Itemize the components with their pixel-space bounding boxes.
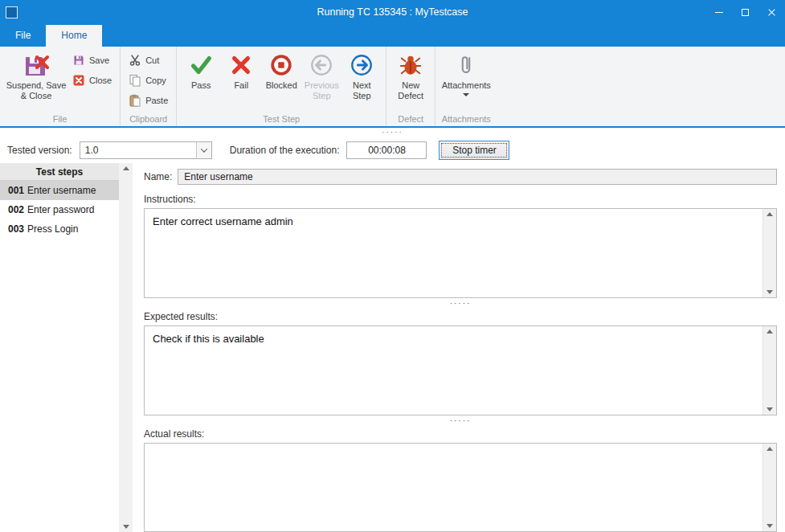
name-field[interactable]: Enter username [178, 169, 777, 185]
maximize-icon [742, 9, 749, 16]
blocked-button[interactable]: Blocked [261, 49, 301, 91]
next-step-button[interactable]: Next Step [341, 49, 382, 101]
step-item-001[interactable]: 001Enter username [0, 181, 119, 200]
ribbon-group-clipboard: Cut Copy Paste Cl [120, 47, 176, 126]
step-form: Name: Enter username Instructions: Enter… [133, 163, 785, 532]
instructions-label: Instructions: [144, 194, 777, 205]
ribbon-group-test-step: Pass Fail Blocked [176, 47, 386, 126]
paste-button[interactable]: Paste [125, 93, 172, 108]
window-title: Running TC 135345 : MyTestcase [0, 6, 785, 18]
step-item-003[interactable]: 003Press Login [0, 219, 119, 239]
blocked-label: Blocked [266, 80, 297, 91]
save-button[interactable]: Save [68, 53, 116, 68]
instructions-textarea[interactable]: Enter correct username admin [145, 209, 763, 297]
paste-label: Paste [145, 96, 168, 105]
next-step-label: Next Step [342, 80, 381, 101]
group-label-test-step: Test Step [179, 113, 383, 126]
scroll-up-icon[interactable] [123, 166, 129, 170]
suspend-save-close-button[interactable]: Suspend, Save & Close [4, 49, 68, 101]
instructions-box: Enter correct username admin [144, 208, 777, 298]
scroll-up-icon[interactable] [767, 329, 773, 334]
scroll-down-icon[interactable] [767, 290, 773, 294]
previous-step-label: Previous Step [302, 80, 341, 101]
scroll-down-icon[interactable] [767, 524, 773, 528]
clipboard-buttons: Cut Copy Paste [125, 49, 172, 108]
copy-button[interactable]: Copy [125, 73, 172, 88]
duration-label: Duration of the execution: [230, 145, 340, 156]
previous-arrow-icon [309, 52, 334, 78]
ribbon-group-file: Suspend, Save & Close Save Close [0, 47, 120, 126]
actual-results-scrollbar[interactable] [763, 444, 776, 531]
copy-label: Copy [145, 76, 166, 85]
main-content: Test steps 001Enter username 002Enter pa… [0, 163, 785, 532]
pass-check-icon [188, 52, 214, 78]
cut-label: Cut [145, 55, 159, 65]
next-arrow-icon [349, 52, 374, 78]
scroll-up-icon[interactable] [767, 212, 773, 216]
ribbon-grip[interactable]: ····· [0, 128, 785, 137]
suspend-save-close-label: Suspend, Save & Close [5, 80, 67, 101]
expected-results-scrollbar[interactable] [763, 326, 776, 415]
step-number: 003 [8, 223, 24, 235]
test-steps-list: Test steps 001Enter username 002Enter pa… [0, 163, 119, 532]
splitter-handle[interactable]: ····· [144, 415, 777, 427]
pass-button[interactable]: Pass [181, 49, 221, 91]
previous-step-button[interactable]: Previous Step [301, 49, 341, 101]
group-label-defect: Defect [389, 113, 432, 126]
ribbon-group-attachments: Attachments Attachments [435, 47, 497, 126]
splitter-handle[interactable]: ····· [144, 298, 777, 309]
scissors-icon [129, 54, 141, 67]
maximize-button[interactable] [732, 0, 758, 24]
scroll-down-icon[interactable] [767, 407, 773, 411]
close-label: Close [89, 76, 112, 85]
step-item-002[interactable]: 002Enter password [0, 200, 119, 219]
attachments-label: Attachments [442, 80, 491, 91]
window-controls [705, 0, 785, 24]
step-number: 001 [8, 185, 24, 196]
instructions-scrollbar[interactable] [763, 209, 776, 297]
combobox-dropdown-button[interactable] [196, 142, 211, 158]
minimize-icon [715, 12, 723, 13]
expected-results-textarea[interactable]: Check if this is available [145, 326, 763, 415]
close-box-icon [72, 74, 85, 87]
name-label: Name: [144, 171, 172, 182]
fail-button[interactable]: Fail [221, 49, 261, 91]
actual-results-textarea[interactable] [145, 444, 763, 531]
app-icon[interactable] [6, 6, 18, 18]
clipboard-paste-icon [129, 94, 141, 107]
suspend-save-icon [23, 52, 49, 78]
group-label-clipboard: Clipboard [123, 113, 174, 126]
bug-icon [398, 52, 423, 78]
minimize-button[interactable] [705, 0, 732, 24]
tab-home[interactable]: Home [46, 25, 102, 47]
stop-timer-button[interactable]: Stop timer [439, 141, 509, 160]
attachments-button[interactable]: Attachments [440, 49, 493, 96]
step-label: Press Login [27, 223, 78, 235]
ribbon-tab-row: File Home [0, 24, 785, 47]
fail-x-icon [228, 52, 254, 78]
close-button[interactable]: Close [68, 73, 116, 88]
app-window: Running TC 135345 : MyTestcase File Home… [0, 0, 785, 532]
tested-version-label: Tested version: [7, 145, 72, 156]
fail-label: Fail [234, 80, 248, 91]
execution-toolbar: Tested version: 1.0 Duration of the exec… [0, 137, 785, 163]
pass-label: Pass [191, 80, 211, 91]
new-defect-button[interactable]: New Defect [390, 49, 431, 101]
ribbon: Suspend, Save & Close Save Close [0, 47, 785, 128]
steps-scrollbar[interactable] [119, 163, 133, 532]
scroll-up-icon[interactable] [767, 447, 773, 451]
tested-version-value: 1.0 [80, 142, 196, 158]
close-window-button[interactable] [758, 0, 785, 24]
cut-button[interactable]: Cut [125, 53, 172, 68]
test-steps-panel: Test steps 001Enter username 002Enter pa… [0, 163, 133, 532]
ribbon-group-defect: New Defect Defect [386, 47, 435, 126]
blocked-stop-icon [268, 52, 294, 78]
expected-results-label: Expected results: [144, 311, 777, 322]
actual-results-label: Actual results: [144, 428, 777, 440]
tested-version-combobox[interactable]: 1.0 [80, 141, 212, 159]
tab-file[interactable]: File [0, 25, 46, 47]
duration-field[interactable] [346, 141, 427, 159]
test-steps-header: Test steps [0, 163, 119, 181]
file-small-buttons: Save Close [68, 49, 116, 88]
scroll-down-icon[interactable] [123, 525, 129, 529]
